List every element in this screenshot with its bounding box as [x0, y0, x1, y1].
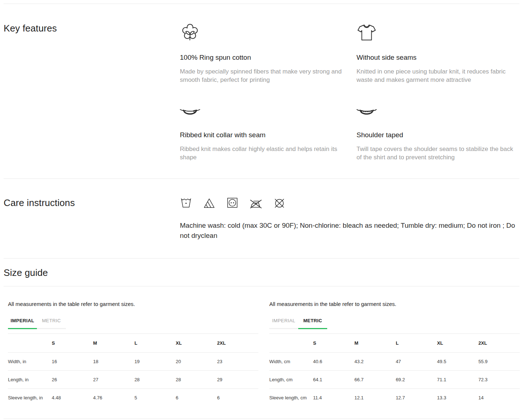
size-cell: 40.6 — [313, 353, 354, 371]
features-grid: 100% Ring spun cotton Made by specially … — [180, 22, 519, 161]
feature-description: Twill tape covers the shoulder seams to … — [357, 145, 519, 161]
tab-imperial[interactable]: IMPERIAL — [269, 318, 298, 329]
size-guide-header: Size guide — [0, 259, 523, 286]
size-table-row: Length, in2627282829 — [8, 371, 258, 389]
size-cell: 12.1 — [354, 389, 396, 407]
size-col-header: L — [396, 334, 437, 353]
size-col-header: 2XL — [478, 334, 520, 353]
size-cell: 47 — [396, 353, 437, 371]
size-table-metric: SMLXL2XLWidth, cm40.643.24749.555.9Lengt… — [269, 333, 520, 407]
size-cell: 66.7 — [354, 371, 396, 389]
size-row-label: Width, in — [8, 353, 52, 371]
key-features-section: Key features 100% Ring spun cotton Made … — [0, 4, 523, 178]
size-row-label: Length, cm — [269, 371, 313, 389]
tumble-dry-medium-icon — [226, 196, 239, 211]
size-cell: 12.7 — [396, 389, 437, 407]
tab-metric[interactable]: METRIC — [37, 318, 66, 329]
care-instructions-text: Machine wash: cold (max 30C or 90F); Non… — [180, 220, 518, 241]
non-chlorine-bleach-icon — [203, 197, 215, 211]
feature-without-side-seams: Without side seams Knitted in one piece … — [357, 22, 519, 84]
size-row-label: Sleeve length, in — [8, 389, 52, 407]
size-cell: 71.1 — [437, 371, 478, 389]
size-cell: 26 — [52, 371, 93, 389]
size-table-row: Sleeve length, cm11.412.112.713.314 — [269, 389, 520, 407]
key-features-title: Key features — [4, 22, 180, 34]
size-col-header: S — [313, 334, 354, 353]
tshirt-icon — [357, 22, 519, 43]
feature-shoulder-taped: Shoulder taped Twill tape covers the sho… — [357, 104, 519, 161]
care-instructions-section: Care instructions — [0, 179, 523, 258]
size-col-header: L — [134, 334, 176, 353]
tab-metric[interactable]: METRIC — [298, 318, 327, 329]
size-col-header-empty — [269, 334, 313, 353]
size-col-header: XL — [437, 334, 478, 353]
collar-seam-icon — [180, 104, 342, 120]
size-cell: 13.3 — [437, 389, 478, 407]
size-col-header: S — [52, 334, 93, 353]
care-icons-row — [180, 197, 518, 211]
bottom-divider — [4, 419, 519, 419]
care-instructions-content: Machine wash: cold (max 30C or 90F); Non… — [180, 197, 518, 241]
size-cell: 5 — [134, 389, 176, 407]
feature-description: Knitted in one piece using tubular knit,… — [357, 67, 519, 84]
do-not-iron-icon — [249, 198, 262, 211]
size-table-row: Length, cm64.166.769.271.172.3 — [269, 371, 520, 389]
feature-title: Without side seams — [357, 53, 519, 62]
size-table-row: Width, in1618192023 — [8, 353, 258, 371]
size-cell: 72.3 — [478, 371, 520, 389]
size-cell: 6 — [176, 389, 217, 407]
feature-title: Shoulder taped — [357, 131, 519, 139]
do-not-dryclean-icon — [273, 197, 286, 211]
tab-imperial[interactable]: IMPERIAL — [8, 318, 37, 329]
unit-tabs: IMPERIAL METRIC — [8, 318, 258, 329]
size-cell: 4.76 — [93, 389, 134, 407]
size-cell: 23 — [217, 353, 258, 371]
size-cell: 43.2 — [354, 353, 396, 371]
size-col-header-empty — [8, 334, 52, 353]
feature-description: Ribbed knit makes collar highly elastic … — [180, 145, 342, 161]
cotton-icon — [180, 22, 342, 43]
size-cell: 28 — [134, 371, 176, 389]
size-col-header: M — [354, 334, 396, 353]
size-guide-title: Size guide — [4, 267, 519, 278]
size-panel-metric: All measurements in the table refer to g… — [269, 301, 520, 407]
care-instructions-title: Care instructions — [4, 197, 180, 209]
size-row-label: Width, cm — [269, 353, 313, 371]
size-row-label: Length, in — [8, 371, 52, 389]
size-table-row: Sleeve length, in4.484.76566 — [8, 389, 258, 407]
size-cell: 6 — [217, 389, 258, 407]
size-table-row: Width, cm40.643.24749.555.9 — [269, 353, 520, 371]
size-cell: 29 — [217, 371, 258, 389]
size-cell: 55.9 — [478, 353, 520, 371]
feature-title: Ribbed knit collar with seam — [180, 131, 342, 139]
size-cell: 16 — [52, 353, 93, 371]
size-table-imperial: SMLXL2XLWidth, in1618192023Length, in262… — [8, 333, 258, 407]
size-col-header: 2XL — [217, 334, 258, 353]
size-cell: 27 — [93, 371, 134, 389]
size-cell: 11.4 — [313, 389, 354, 407]
size-col-header: XL — [176, 334, 217, 353]
collar-taped-icon — [357, 104, 519, 120]
size-cell: 64.1 — [313, 371, 354, 389]
feature-title: 100% Ring spun cotton — [180, 53, 342, 62]
size-cell: 14 — [478, 389, 520, 407]
size-cell: 69.2 — [396, 371, 437, 389]
size-cell: 18 — [93, 353, 134, 371]
size-cell: 49.5 — [437, 353, 478, 371]
size-col-header: M — [93, 334, 134, 353]
size-cell: 20 — [176, 353, 217, 371]
unit-tabs: IMPERIAL METRIC — [269, 318, 520, 329]
size-guide-content: All measurements in the table refer to g… — [0, 286, 523, 419]
feature-description: Made by specially spinned fibers that ma… — [180, 67, 342, 84]
size-cell: 4.48 — [52, 389, 93, 407]
machine-wash-cold-icon — [180, 196, 192, 211]
size-cell: 28 — [176, 371, 217, 389]
feature-ring-spun-cotton: 100% Ring spun cotton Made by specially … — [180, 22, 342, 84]
size-cell: 19 — [134, 353, 176, 371]
measurements-note: All measurements in the table refer to g… — [8, 301, 258, 307]
feature-ribbed-knit-collar: Ribbed knit collar with seam Ribbed knit… — [180, 104, 342, 161]
measurements-note: All measurements in the table refer to g… — [269, 301, 520, 307]
size-row-label: Sleeve length, cm — [269, 389, 313, 407]
size-panel-imperial: All measurements in the table refer to g… — [8, 301, 258, 407]
